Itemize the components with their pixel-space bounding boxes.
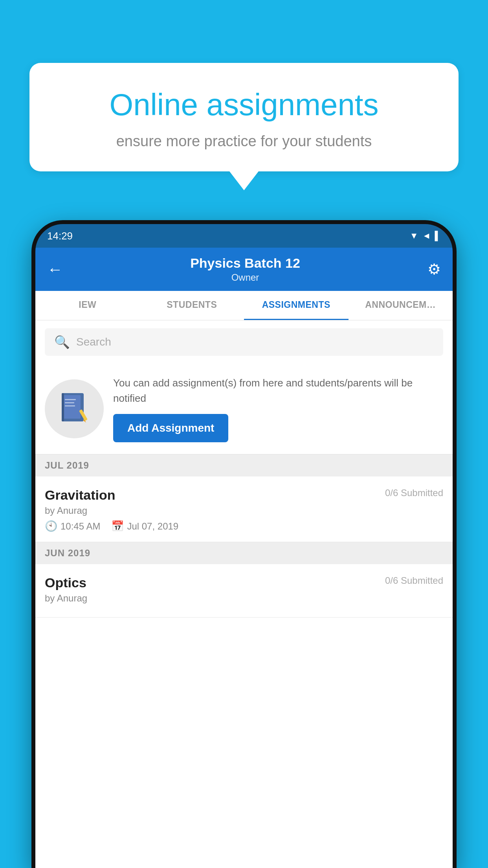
month-header-jun: JUN 2019: [35, 542, 453, 564]
tab-assignments[interactable]: ASSIGNMENTS: [244, 291, 349, 320]
header-title: Physics Batch 12: [190, 256, 300, 271]
tab-announcements[interactable]: ANNOUNCEM…: [349, 291, 453, 320]
assignment-submitted-optics: 0/6 Submitted: [385, 575, 443, 586]
svg-rect-1: [63, 395, 81, 419]
bubble-subtitle: ensure more practice for your students: [57, 133, 431, 150]
header-subtitle: Owner: [190, 272, 300, 283]
app-header: ← Physics Batch 12 Owner ⚙: [35, 248, 453, 291]
assignment-date: Jul 07, 2019: [127, 521, 178, 532]
time-meta: 🕙 10:45 AM: [45, 520, 100, 532]
date-meta: 📅 Jul 07, 2019: [111, 520, 178, 532]
status-time: 14:29: [47, 230, 73, 242]
tab-iew[interactable]: IEW: [35, 291, 140, 320]
phone-inner: 14:29 ▼ ◄ ▌ ← Physics Batch 12 Owner ⚙ I…: [35, 224, 453, 868]
status-bar: 14:29 ▼ ◄ ▌: [35, 224, 453, 248]
assignment-top-row-optics: Optics 0/6 Submitted: [45, 575, 443, 590]
search-bar-area: 🔍 Search: [35, 320, 453, 364]
svg-rect-3: [65, 402, 74, 403]
search-icon: 🔍: [54, 335, 70, 349]
assignment-top-row: Gravitation 0/6 Submitted: [45, 487, 443, 503]
assignment-submitted: 0/6 Submitted: [385, 487, 443, 498]
speech-bubble-card: Online assignments ensure more practice …: [29, 63, 459, 171]
assignment-name-optics: Optics: [45, 575, 86, 590]
calendar-icon: 📅: [111, 520, 124, 532]
promo-text-area: You can add assignment(s) from here and …: [113, 375, 443, 442]
promo-description: You can add assignment(s) from here and …: [113, 375, 443, 406]
tab-students[interactable]: STUDENTS: [140, 291, 244, 320]
signal-icon: ◄: [422, 231, 431, 241]
promo-icon-circle: [45, 379, 104, 438]
add-assignment-promo: You can add assignment(s) from here and …: [35, 364, 453, 454]
search-input-wrapper[interactable]: 🔍 Search: [45, 328, 443, 356]
svg-rect-5: [62, 393, 64, 421]
phone-frame: 14:29 ▼ ◄ ▌ ← Physics Batch 12 Owner ⚙ I…: [31, 220, 457, 868]
svg-rect-4: [65, 405, 75, 406]
svg-rect-2: [65, 399, 76, 400]
battery-icon: ▌: [435, 231, 441, 241]
assignment-meta: 🕙 10:45 AM 📅 Jul 07, 2019: [45, 520, 443, 532]
screen-content: 🔍 Search: [35, 320, 453, 868]
add-assignment-button[interactable]: Add Assignment: [113, 414, 228, 442]
notebook-icon: [59, 391, 90, 427]
settings-icon[interactable]: ⚙: [427, 261, 441, 278]
header-title-area: Physics Batch 12 Owner: [190, 256, 300, 283]
status-icons: ▼ ◄ ▌: [410, 231, 441, 241]
wifi-icon: ▼: [410, 231, 418, 241]
search-placeholder: Search: [76, 336, 111, 348]
assignment-item-optics[interactable]: Optics 0/6 Submitted by Anurag: [35, 564, 453, 618]
bubble-title: Online assignments: [57, 86, 431, 123]
assignment-time: 10:45 AM: [61, 521, 100, 532]
assignment-by: by Anurag: [45, 505, 443, 516]
assignment-name: Gravitation: [45, 487, 115, 503]
month-header-jul: JUL 2019: [35, 454, 453, 476]
assignment-item-gravitation[interactable]: Gravitation 0/6 Submitted by Anurag 🕙 10…: [35, 476, 453, 542]
back-button[interactable]: ←: [47, 261, 63, 278]
tabs-bar: IEW STUDENTS ASSIGNMENTS ANNOUNCEM…: [35, 291, 453, 320]
clock-icon: 🕙: [45, 520, 57, 532]
assignment-by-optics: by Anurag: [45, 593, 443, 604]
